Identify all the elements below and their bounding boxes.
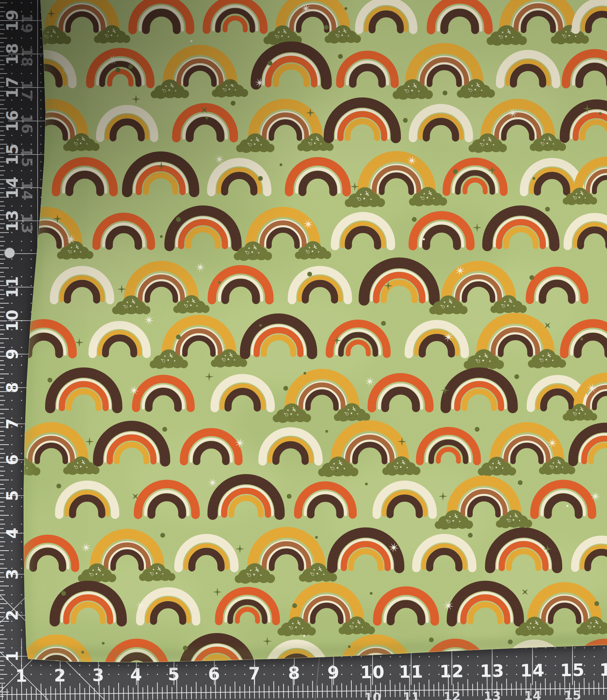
bottom-ruler-number: 1 <box>15 666 28 686</box>
bottom-ruler-number: 7 <box>248 663 261 683</box>
bottom-ruler-number-second-row: 11 <box>403 690 420 700</box>
bottom-ruler-number: 14 <box>520 661 545 681</box>
bottom-ruler-number: 11 <box>399 662 423 682</box>
cutting-mat-photo: 1234567891011121314151610111213141519191… <box>0 0 607 700</box>
bottom-ruler-number: 3 <box>92 665 105 685</box>
bottom-ruler-number: 6 <box>208 664 220 684</box>
left-ruler-number: 2 <box>3 610 22 621</box>
bottom-ruler-number-second-row: 15 <box>564 688 581 700</box>
top-shade-overlay <box>0 0 607 205</box>
bottom-ruler-number: 12 <box>440 661 464 682</box>
bottom-ruler-number: 4 <box>130 665 143 685</box>
bottom-ruler-number: 5 <box>168 664 180 684</box>
bottom-ruler-number: 9 <box>327 663 340 683</box>
scene-canvas: 1234567891011121314151610111213141519191… <box>0 0 607 700</box>
left-ruler-number: 1 <box>3 651 22 662</box>
bottom-ruler-number: 8 <box>288 663 300 683</box>
bottom-ruler-number-second-row: 14 <box>524 689 541 700</box>
bottom-ruler-number: 10 <box>360 662 385 683</box>
bottom-ruler-number: 15 <box>560 660 585 680</box>
bottom-ruler-number-second-row: 10 <box>364 690 381 700</box>
bottom-ruler-number-second-row: 12 <box>443 689 461 700</box>
bottom-ruler-number: 13 <box>480 661 504 681</box>
left-ruler-number: 5 <box>3 490 22 501</box>
bottom-ruler-number: 16 <box>599 660 607 680</box>
bottom-ruler-number-second-row: 13 <box>484 689 501 700</box>
left-ruler-number: 3 <box>3 569 22 580</box>
left-ruler-number: 4 <box>3 528 22 539</box>
bottom-ruler-number: 2 <box>54 665 66 685</box>
